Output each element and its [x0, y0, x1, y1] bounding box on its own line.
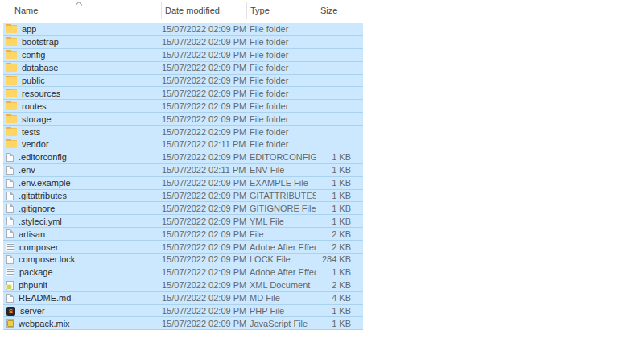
file-icon [6, 153, 14, 162]
file-type-cell: File [246, 229, 316, 239]
file-name-label: vendor [22, 139, 49, 149]
file-name-cell: bootstrap [3, 37, 161, 47]
file-row[interactable]: vendor 15/07/2022 02:11 PM File folder [3, 138, 363, 151]
file-name-label: webpack.mix [19, 319, 70, 328]
folder-icon [6, 64, 17, 72]
file-name-cell: phpunit [3, 280, 161, 290]
file-size-cell: 2 KB [316, 229, 360, 239]
column-header-type[interactable]: Type [246, 0, 316, 21]
column-divider[interactable] [316, 2, 316, 19]
file-row[interactable]: config 15/07/2022 02:09 PM File folder [3, 49, 363, 62]
file-type-cell: Adobe After Effect... [246, 267, 316, 277]
date-modified-cell: 15/07/2022 02:09 PM [161, 24, 246, 34]
file-name-cell: webpack.mix [3, 319, 161, 328]
file-list: app 15/07/2022 02:09 PM File folder boot… [3, 23, 363, 330]
file-name-cell: composer.lock [3, 254, 161, 264]
file-name-cell: .gitattributes [3, 191, 161, 200]
file-name-cell: tests [3, 127, 161, 137]
file-row[interactable]: server 15/07/2022 02:09 PM PHP File 1 KB [3, 305, 363, 318]
date-modified-cell: 15/07/2022 02:09 PM [161, 242, 246, 252]
file-row[interactable]: database 15/07/2022 02:09 PM File folder [3, 62, 363, 75]
file-type-cell: YML File [246, 217, 316, 226]
file-type-cell: GITATTRIBUTES File [246, 191, 316, 200]
file-name-label: .env.example [19, 178, 71, 188]
column-header-name[interactable]: Name [0, 0, 161, 21]
file-name-label: composer [19, 242, 58, 252]
file-type-cell: File folder [246, 24, 316, 34]
file-name-cell: vendor [3, 139, 161, 149]
file-name-label: package [19, 267, 53, 277]
file-name-label: .gitignore [19, 204, 55, 213]
file-row[interactable]: storage 15/07/2022 02:09 PM File folder [3, 113, 363, 126]
file-row[interactable]: tests 15/07/2022 02:09 PM File folder [3, 126, 363, 138]
folder-icon [6, 76, 17, 85]
file-name-cell: app [3, 24, 161, 34]
date-modified-cell: 15/07/2022 02:09 PM [161, 127, 246, 137]
file-name-cell: storage [3, 114, 161, 124]
file-name-cell: database [3, 63, 161, 72]
file-name-label: resources [22, 89, 60, 98]
date-modified-cell: 15/07/2022 02:09 PM [161, 267, 246, 277]
file-type-cell: File folder [246, 114, 316, 124]
file-type-cell: JavaScript File [246, 319, 316, 328]
file-row[interactable]: README.md 15/07/2022 02:09 PM MD File 4 … [3, 292, 363, 305]
file-row[interactable]: .env 15/07/2022 02:11 PM ENV File 1 KB [3, 164, 363, 177]
file-row[interactable]: public 15/07/2022 02:09 PM File folder [3, 75, 363, 88]
column-divider[interactable] [365, 2, 365, 19]
file-row[interactable]: bootstrap 15/07/2022 02:09 PM File folde… [3, 36, 363, 49]
file-row[interactable]: .gitignore 15/07/2022 02:09 PM GITIGNORE… [3, 202, 363, 215]
file-type-cell: File folder [246, 127, 316, 137]
column-divider[interactable] [161, 2, 162, 19]
file-icon [6, 166, 14, 175]
file-row[interactable]: resources 15/07/2022 02:09 PM File folde… [3, 87, 363, 100]
date-modified-cell: 15/07/2022 02:11 PM [161, 165, 246, 175]
file-type-cell: ENV File [246, 165, 316, 175]
file-row[interactable]: artisan 15/07/2022 02:09 PM File 2 KB [3, 228, 363, 241]
file-type-cell: File folder [246, 50, 316, 60]
file-size-cell: 1 KB [316, 191, 360, 200]
file-type-cell: File folder [246, 63, 316, 72]
file-row[interactable]: .styleci.yml 15/07/2022 02:09 PM YML Fil… [3, 215, 363, 228]
file-name-cell: package [3, 267, 161, 277]
file-size-cell: 1 KB [316, 267, 360, 277]
file-type-cell: Adobe After Effect... [246, 242, 316, 252]
file-type-cell: File folder [246, 89, 316, 98]
file-row[interactable]: app 15/07/2022 02:09 PM File folder [3, 23, 363, 36]
file-row[interactable]: webpack.mix 15/07/2022 02:09 PM JavaScri… [3, 317, 363, 330]
file-name-label: .styleci.yml [19, 217, 62, 226]
file-name-cell: server [3, 306, 161, 316]
date-modified-cell: 15/07/2022 02:09 PM [161, 293, 246, 303]
file-name-label: composer.lock [19, 254, 75, 264]
date-modified-cell: 15/07/2022 02:09 PM [161, 280, 246, 290]
file-name-cell: composer [3, 242, 161, 252]
file-size-cell: 1 KB [316, 217, 360, 226]
file-type-cell: MD File [246, 293, 316, 303]
file-row[interactable]: composer.lock 15/07/2022 02:09 PM LOCK F… [3, 254, 363, 266]
file-name-label: .gitattributes [19, 191, 67, 200]
column-divider[interactable] [246, 2, 247, 19]
file-name-cell: .env.example [3, 178, 161, 188]
file-row[interactable]: phpunit 15/07/2022 02:09 PM XML Document… [3, 279, 363, 292]
file-row[interactable]: .gitattributes 15/07/2022 02:09 PM GITAT… [3, 190, 363, 203]
file-row[interactable]: package 15/07/2022 02:09 PM Adobe After … [3, 266, 363, 279]
folder-icon [6, 25, 17, 33]
folder-icon [6, 38, 17, 46]
file-name-cell: resources [3, 89, 161, 98]
file-name-label: routes [22, 101, 47, 111]
file-type-cell: XML Document [246, 280, 316, 290]
file-row[interactable]: .env.example 15/07/2022 02:09 PM EXAMPLE… [3, 177, 363, 190]
file-size-cell: 4 KB [316, 293, 360, 303]
file-row[interactable]: .editorconfig 15/07/2022 02:09 PM EDITOR… [3, 151, 363, 164]
file-name-label: bootstrap [22, 37, 59, 47]
file-name-label: server [20, 306, 45, 316]
folder-icon [6, 51, 17, 59]
column-header-date-modified[interactable]: Date modified [161, 0, 246, 21]
file-name-cell: artisan [3, 229, 161, 239]
column-header-size[interactable]: Size [316, 0, 365, 21]
date-modified-cell: 15/07/2022 02:09 PM [161, 217, 246, 226]
file-row[interactable]: composer 15/07/2022 02:09 PM Adobe After… [3, 241, 363, 254]
date-modified-cell: 15/07/2022 02:09 PM [161, 319, 246, 328]
file-row[interactable]: routes 15/07/2022 02:09 PM File folder [3, 100, 363, 113]
file-name-cell: public [3, 76, 161, 85]
file-type-cell: LOCK File [246, 254, 316, 264]
